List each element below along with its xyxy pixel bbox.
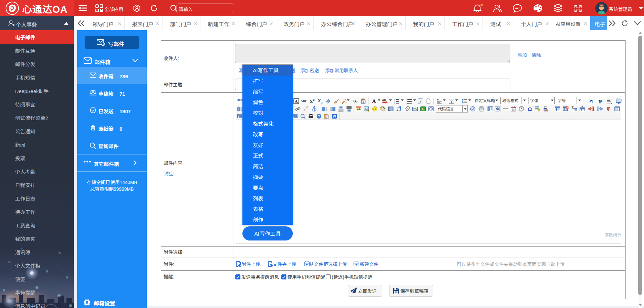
svg-text:G: G <box>422 107 425 111</box>
svg-text:¶: ¶ <box>598 98 601 104</box>
svg-text:T: T <box>363 100 365 103</box>
svg-text:3: 3 <box>394 102 396 104</box>
svg-text:X: X <box>310 99 313 104</box>
svg-text:2: 2 <box>313 98 315 101</box>
svg-text:Ω: Ω <box>528 106 532 112</box>
svg-text:?: ? <box>318 114 320 119</box>
svg-text:A: A <box>372 98 376 104</box>
svg-text:66: 66 <box>354 98 358 103</box>
svg-text:A: A <box>295 99 298 104</box>
svg-text:¶: ¶ <box>591 98 593 104</box>
svg-text:ab: ab <box>382 98 386 102</box>
svg-text:W: W <box>333 114 336 119</box>
svg-text:a: a <box>420 99 421 103</box>
svg-text:W: W <box>544 107 547 111</box>
svg-text:2: 2 <box>321 100 323 104</box>
svg-text:X: X <box>318 98 321 103</box>
